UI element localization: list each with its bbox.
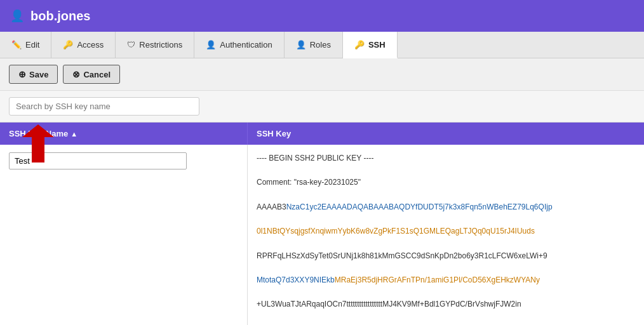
page-title: bob.jones xyxy=(30,9,90,23)
roles-icon: 👤 xyxy=(296,40,306,50)
tab-edit[interactable]: ✏️ Edit xyxy=(0,32,51,58)
table-header: SSH Key Name ▲ SSH Key xyxy=(0,123,644,145)
tab-ssh-label: SSH xyxy=(368,40,386,50)
arrow-indicator xyxy=(19,121,57,168)
tab-edit-label: Edit xyxy=(25,40,39,50)
authentication-icon: 👤 xyxy=(206,40,216,50)
search-area xyxy=(0,91,644,123)
key-body-line-1: AAAAB3NzaC1yc2EAAAADAQABAAABAQDYfDUDT5j7… xyxy=(257,201,635,213)
tab-bar: ✏️ Edit 🔑 Access 🛡 Restrictions 👤 Authen… xyxy=(0,32,644,58)
search-input[interactable] xyxy=(9,97,199,116)
key-body-line-6: ivLdYAoC6sSW6fEzRRb4dHWJWrqKfCi3CLrk2ZTt… xyxy=(257,323,635,325)
table-row: ---- BEGIN SSH2 PUBLIC KEY ---- Comment:… xyxy=(0,145,644,325)
key-body-line-2: 0l1NBtQYsqjgsfXnqiwmYybK6w8vZgPkF1S1sQ1G… xyxy=(257,225,635,237)
restrictions-icon: 🛡 xyxy=(127,40,135,50)
tab-authentication[interactable]: 👤 Authentication xyxy=(194,32,284,58)
svg-marker-1 xyxy=(22,124,54,162)
save-button[interactable]: ⊕ Save xyxy=(9,65,58,84)
cell-key: ---- BEGIN SSH2 PUBLIC KEY ---- Comment:… xyxy=(248,145,644,325)
col-key-label: SSH Key xyxy=(257,129,291,138)
save-icon: ⊕ xyxy=(18,69,26,79)
key-comment-line: Comment: "rsa-key-20231025" xyxy=(257,176,635,189)
ssh-keys-table: SSH Key Name ▲ SSH Key ---- BEGIN SSH2 P… xyxy=(0,123,644,325)
tab-roles[interactable]: 👤 Roles xyxy=(285,32,343,58)
cancel-button[interactable]: ⊗ Cancel xyxy=(63,65,120,84)
tab-ssh[interactable]: 🔑 SSH xyxy=(343,32,398,58)
user-icon: 👤 xyxy=(10,9,24,23)
access-icon: 🔑 xyxy=(63,40,73,50)
key-body-line-5: +UL3WuaTJtARqaqIOCn7tttttttttttttttttMJ4… xyxy=(257,298,635,310)
page-header: 👤 bob.jones xyxy=(0,0,644,32)
tab-restrictions[interactable]: 🛡 Restrictions xyxy=(116,32,194,58)
cell-name xyxy=(0,145,248,325)
cancel-label: Cancel xyxy=(83,70,111,79)
tab-restrictions-label: Restrictions xyxy=(139,40,182,50)
ssh-icon: 🔑 xyxy=(354,40,365,50)
tab-authentication-label: Authentication xyxy=(220,40,272,50)
tab-roles-label: Roles xyxy=(310,40,331,50)
key-body-line-4: MtotaQ7d3XXY9NIEkbMRaEj3R5djHRGrAFnTPn/1… xyxy=(257,274,635,286)
edit-icon: ✏️ xyxy=(11,40,22,50)
key-begin-line: ---- BEGIN SSH2 PUBLIC KEY ---- xyxy=(257,152,635,164)
save-label: Save xyxy=(29,70,48,79)
sort-icon: ▲ xyxy=(70,130,77,138)
tab-access[interactable]: 🔑 Access xyxy=(51,32,116,58)
toolbar: ⊕ Save ⊗ Cancel xyxy=(0,58,644,91)
cancel-icon: ⊗ xyxy=(72,69,80,79)
key-body-line-3: RPRFqLHSzXdSyTet0SrUNj1k8h81kMmGSCC9dSnK… xyxy=(257,250,635,262)
tab-access-label: Access xyxy=(77,40,104,50)
col-header-key: SSH Key xyxy=(248,123,644,145)
